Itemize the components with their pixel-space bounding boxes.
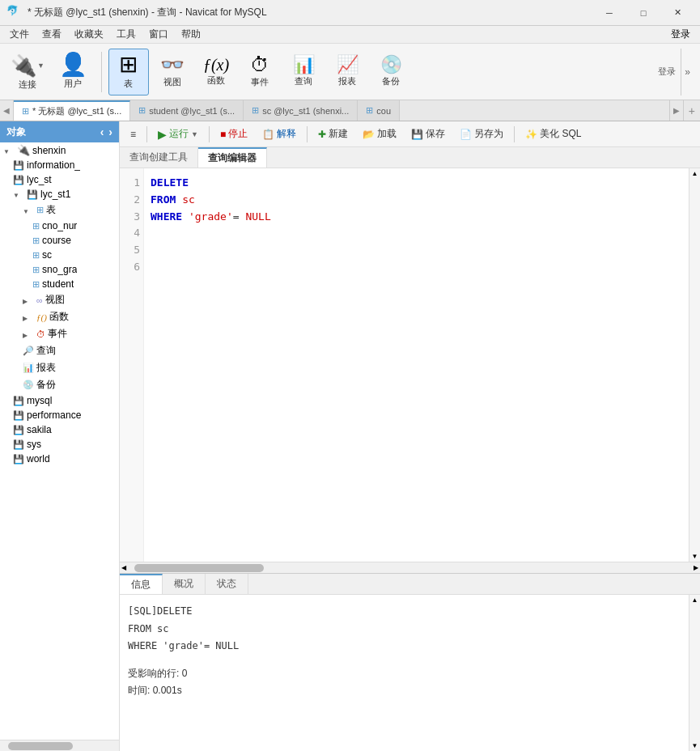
sidebar: 对象 ‹ › 🔌 shenxin 💾 information_ 💾 lyc_st bbox=[0, 121, 120, 751]
sidebar-nav-forward[interactable]: › bbox=[108, 125, 112, 138]
sidebar-item-views[interactable]: ∞ 视图 bbox=[0, 291, 119, 308]
function-button[interactable]: ƒ(x) 函数 bbox=[196, 49, 236, 95]
maximize-button[interactable]: □ bbox=[627, 5, 660, 21]
load-label: 加载 bbox=[377, 127, 397, 141]
hamburger-icon: ≡ bbox=[130, 129, 136, 140]
save-as-button[interactable]: 📄 另存为 bbox=[454, 125, 509, 143]
sidebar-hscroll-thumb[interactable] bbox=[8, 742, 73, 750]
explain-icon: 📋 bbox=[262, 129, 274, 140]
user-button[interactable]: 👤 用户 bbox=[52, 49, 95, 95]
explain-button[interactable]: 📋 解释 bbox=[257, 125, 302, 143]
toolbar-login[interactable]: 登录 bbox=[653, 64, 681, 79]
report-label: 报表 bbox=[338, 75, 356, 87]
stop-icon: ■ bbox=[220, 129, 226, 140]
cno_nur-icon: ⊞ bbox=[32, 221, 40, 231]
sidebar-item-performance[interactable]: 💾 performance bbox=[0, 408, 119, 422]
event-button[interactable]: ⏱ 事件 bbox=[240, 49, 280, 95]
sidebar-item-information[interactable]: 💾 information_ bbox=[0, 158, 119, 172]
sidebar-header: 对象 ‹ › bbox=[0, 121, 119, 142]
sidebar-item-lyc_st[interactable]: 💾 lyc_st bbox=[0, 172, 119, 187]
sidebar-table-course[interactable]: ⊞ course bbox=[0, 233, 119, 248]
stop-button[interactable]: ■ 停止 bbox=[214, 125, 253, 143]
menu-window[interactable]: 窗口 bbox=[142, 26, 175, 43]
sidebar-item-backup[interactable]: 💿 备份 bbox=[0, 376, 119, 393]
info-scroll-down[interactable]: ▼ bbox=[692, 742, 698, 749]
editor-hscroll: ◀ ▶ bbox=[120, 562, 700, 573]
sidebar-nav-back[interactable]: ‹ bbox=[100, 125, 104, 138]
sidebar-item-lyc_st1[interactable]: 💾 lyc_st1 bbox=[0, 187, 119, 202]
menu-help[interactable]: 帮助 bbox=[175, 26, 207, 43]
tab-create-tool[interactable]: 查询创建工具 bbox=[120, 147, 198, 168]
code-line-4 bbox=[151, 225, 682, 242]
reports-icon: 📊 bbox=[23, 363, 34, 373]
conn-tab-cou[interactable]: ⊞ cou bbox=[358, 100, 400, 121]
sidebar-item-sakila[interactable]: 💾 sakila bbox=[0, 422, 119, 437]
connect-button[interactable]: 🔌 ▼ 连接 bbox=[6, 49, 49, 95]
editor-scroll-down[interactable]: ▼ bbox=[692, 553, 698, 560]
beautify-button[interactable]: ✨ 美化 SQL bbox=[520, 125, 587, 143]
sidebar-item-functions[interactable]: ƒ() 函数 bbox=[0, 308, 119, 325]
line-num-6: 6 bbox=[123, 259, 140, 276]
tab-arrow-left[interactable]: ◀ bbox=[0, 100, 14, 121]
hscroll-thumb[interactable] bbox=[134, 564, 264, 572]
table-button[interactable]: ⊞ 表 bbox=[108, 49, 149, 95]
conn-tab-new-query[interactable]: ⊞ * 无标题 @lyc_st1 (s... bbox=[14, 100, 130, 121]
line-num-4: 4 bbox=[123, 225, 140, 242]
information-db-icon: 💾 bbox=[13, 160, 24, 171]
sidebar-table-student[interactable]: ⊞ student bbox=[0, 277, 119, 291]
lyc_st1-db-icon: 💾 bbox=[27, 189, 38, 200]
hscroll-right[interactable]: ▶ bbox=[694, 564, 698, 571]
menu-favorites[interactable]: 收藏夹 bbox=[68, 26, 110, 43]
close-button[interactable]: ✕ bbox=[661, 5, 694, 21]
sidebar-item-reports[interactable]: 📊 报表 bbox=[0, 359, 119, 376]
new-tab-button[interactable]: + bbox=[683, 100, 700, 121]
conn-tab-student[interactable]: ⊞ student @lyc_st1 (s... bbox=[130, 100, 244, 121]
backup-tree-icon: 💿 bbox=[23, 380, 34, 390]
sidebar-item-tables-group[interactable]: ⊞ 表 bbox=[0, 202, 119, 219]
info-tab-info[interactable]: 信息 bbox=[120, 574, 163, 594]
report-button[interactable]: 📈 报表 bbox=[327, 49, 367, 95]
views-icon: ∞ bbox=[36, 295, 43, 305]
tab-arrow-right[interactable]: ▶ bbox=[669, 100, 683, 121]
hscroll-left[interactable]: ◀ bbox=[121, 564, 126, 571]
sidebar-item-queries[interactable]: 🔎 查询 bbox=[0, 342, 119, 359]
code-line-1: DELETE bbox=[151, 175, 682, 192]
connect-icon: 🔌 bbox=[11, 53, 36, 78]
menu-file[interactable]: 文件 bbox=[3, 26, 36, 43]
login-link[interactable]: 登录 bbox=[664, 26, 697, 43]
new-button[interactable]: ✚ 新建 bbox=[312, 125, 354, 143]
info-scroll-up[interactable]: ▲ bbox=[692, 596, 698, 604]
sidebar-item-mysql[interactable]: 💾 mysql bbox=[0, 393, 119, 408]
backup-button[interactable]: 💿 备份 bbox=[371, 49, 411, 95]
sidebar-item-shenxin[interactable]: 🔌 shenxin bbox=[0, 142, 119, 158]
info-tab-status[interactable]: 状态 bbox=[206, 574, 248, 594]
conn-tab-sc[interactable]: ⊞ sc @lyc_st1 (shenxi... bbox=[244, 100, 358, 121]
save-button[interactable]: 💾 保存 bbox=[405, 125, 451, 143]
sidebar-table-sc[interactable]: ⊞ sc bbox=[0, 248, 119, 262]
menu-view[interactable]: 查看 bbox=[36, 26, 68, 43]
tab-editor[interactable]: 查询编辑器 bbox=[198, 147, 267, 168]
minimize-button[interactable]: ─ bbox=[593, 5, 626, 21]
function-label: 函数 bbox=[207, 74, 225, 87]
sidebar-item-world[interactable]: 💾 world bbox=[0, 452, 119, 466]
load-button[interactable]: 📂 加载 bbox=[357, 125, 402, 143]
world-label: world bbox=[27, 453, 50, 465]
sidebar-table-sno_gra[interactable]: ⊞ sno_gra bbox=[0, 262, 119, 277]
sidebar-table-cno_nur[interactable]: ⊞ cno_nur bbox=[0, 219, 119, 233]
toolbar-expand-icon[interactable]: » bbox=[681, 49, 694, 95]
connect-dropdown-icon: ▼ bbox=[37, 62, 45, 70]
info-tab-overview[interactable]: 概况 bbox=[163, 574, 206, 594]
menu-tools[interactable]: 工具 bbox=[110, 26, 142, 43]
overview-tab-label: 概况 bbox=[174, 577, 193, 591]
sidebar-item-events[interactable]: ⏱ 事件 bbox=[0, 325, 119, 342]
view-button[interactable]: 👓 视图 bbox=[152, 49, 193, 95]
menu-icon-button[interactable]: ≡ bbox=[125, 126, 142, 142]
sno_gra-icon: ⊞ bbox=[32, 265, 40, 275]
sidebar-item-sys[interactable]: 💾 sys bbox=[0, 437, 119, 452]
editor-scroll-up[interactable]: ▲ bbox=[692, 170, 698, 177]
conn-tab-label-1: * 无标题 @lyc_st1 (s... bbox=[32, 105, 121, 117]
code-editor[interactable]: DELETE FROM sc WHERE 'grade'= NULL bbox=[144, 168, 689, 562]
load-icon: 📂 bbox=[363, 129, 375, 140]
run-button[interactable]: ▶ 运行 ▼ bbox=[152, 125, 204, 143]
query-button[interactable]: 📊 查询 bbox=[283, 49, 324, 95]
